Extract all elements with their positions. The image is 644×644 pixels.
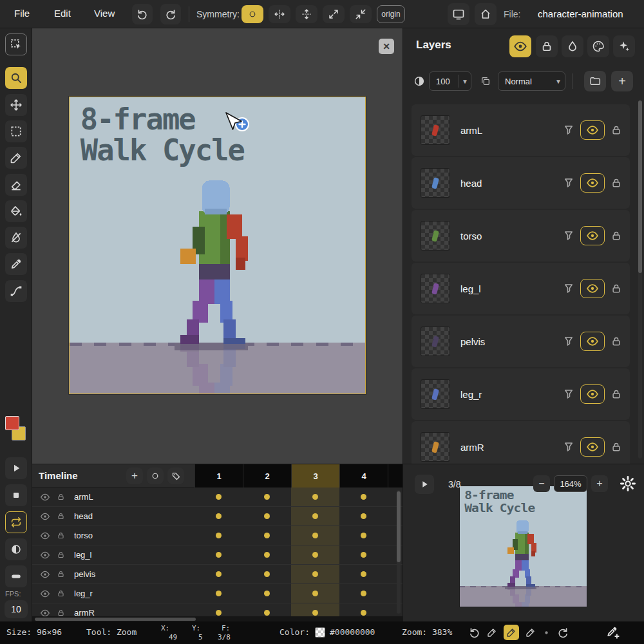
- layer-row[interactable]: head: [412, 157, 630, 209]
- layer-row[interactable]: armR: [412, 421, 630, 464]
- cel-current[interactable]: [291, 488, 339, 506]
- opacity-spinner[interactable]: 100 ▼: [429, 71, 471, 91]
- layer-lock-button[interactable]: [611, 283, 622, 294]
- row-lock-icon[interactable]: [57, 531, 65, 540]
- move-tool-button[interactable]: [5, 94, 27, 116]
- layer-row[interactable]: pelvis: [412, 316, 630, 367]
- cel[interactable]: [243, 584, 291, 603]
- line-tool-icon[interactable]: [487, 627, 497, 638]
- layer-visibility-button[interactable]: [580, 437, 605, 457]
- undo-button[interactable]: [132, 4, 153, 24]
- cel-current[interactable]: [291, 545, 339, 564]
- row-lock-icon[interactable]: [57, 512, 65, 520]
- eraser-tool-button[interactable]: [5, 174, 27, 196]
- layer-row[interactable]: armL: [412, 104, 630, 156]
- cel[interactable]: [194, 545, 243, 564]
- curve-tool-button[interactable]: [5, 280, 27, 302]
- copy-layer-icon[interactable]: [480, 76, 491, 86]
- cel[interactable]: [194, 507, 243, 526]
- cel[interactable]: [339, 565, 388, 583]
- preview-zoom-out-button[interactable]: −: [533, 475, 550, 492]
- cel-current[interactable]: [291, 565, 339, 583]
- timeline-row[interactable]: torso: [32, 526, 402, 545]
- layer-visibility-button[interactable]: [580, 279, 605, 298]
- layer-lock-button[interactable]: [611, 177, 622, 189]
- cel[interactable]: [339, 507, 388, 526]
- frame-header-2[interactable]: 2: [243, 464, 291, 488]
- add-layer-button[interactable]: +: [611, 71, 633, 91]
- linked-cel-button[interactable]: [563, 388, 574, 400]
- current-color-swatch[interactable]: [315, 627, 325, 638]
- row-visibility-icon[interactable]: [40, 569, 50, 580]
- timeline-row[interactable]: pelvis: [32, 565, 402, 584]
- preview-zoom-in-button[interactable]: +: [591, 475, 608, 492]
- shading-tool-button[interactable]: [5, 227, 27, 249]
- chevron-down-icon[interactable]: ▼: [552, 78, 565, 85]
- layer-visibility-button[interactable]: [580, 226, 605, 245]
- cel[interactable]: [339, 584, 388, 603]
- origin-button[interactable]: origin: [377, 5, 405, 23]
- loop-button[interactable]: [5, 511, 27, 533]
- timeline-row[interactable]: head: [32, 507, 402, 526]
- cel[interactable]: [243, 507, 291, 526]
- row-lock-icon[interactable]: [57, 589, 65, 598]
- symmetry-vertical-button[interactable]: [296, 5, 317, 23]
- timeline-row[interactable]: armL: [32, 488, 402, 507]
- onion-skin-past-button[interactable]: [5, 538, 27, 560]
- symmetry-antidiagonal-button[interactable]: [350, 5, 372, 23]
- cel-current[interactable]: [291, 507, 339, 526]
- layer-row[interactable]: torso: [412, 210, 630, 261]
- linked-cel-button[interactable]: [563, 283, 574, 294]
- frame-tag-button[interactable]: [167, 468, 184, 484]
- panel-lock-button[interactable]: [536, 35, 558, 57]
- play-button[interactable]: [5, 457, 27, 479]
- pixel-brush-icon[interactable]: [542, 629, 551, 637]
- panel-visibility-button[interactable]: [509, 35, 531, 57]
- cel[interactable]: [194, 526, 243, 545]
- onion-skin-future-button[interactable]: [5, 565, 27, 587]
- linked-cel-button[interactable]: [563, 177, 574, 189]
- onion-toggle-button[interactable]: [147, 468, 164, 484]
- linked-cel-button[interactable]: [563, 124, 574, 136]
- linked-cel-button[interactable]: [563, 441, 574, 453]
- canvas[interactable]: [69, 97, 366, 394]
- row-lock-icon[interactable]: [57, 551, 65, 559]
- linked-cel-button[interactable]: [563, 230, 574, 242]
- cel-current[interactable]: [291, 526, 339, 545]
- row-visibility-icon[interactable]: [40, 589, 50, 599]
- layer-lock-button[interactable]: [611, 124, 622, 136]
- symmetry-point-button[interactable]: [242, 5, 263, 23]
- row-visibility-icon[interactable]: [40, 550, 50, 560]
- close-button[interactable]: ✕: [379, 39, 394, 54]
- layer-row[interactable]: leg_r: [412, 368, 630, 420]
- new-group-button[interactable]: [584, 71, 606, 91]
- home-button[interactable]: [475, 3, 497, 25]
- zoom-tool-button[interactable]: [5, 67, 27, 89]
- chevron-down-icon[interactable]: ▼: [459, 78, 471, 85]
- layer-lock-button[interactable]: [611, 441, 622, 453]
- color-picker-plus-icon[interactable]: [606, 625, 620, 639]
- layer-lock-button[interactable]: [611, 230, 622, 242]
- row-visibility-icon[interactable]: [40, 511, 50, 522]
- layer-visibility-button[interactable]: [580, 384, 605, 404]
- timeline-vscrollbar[interactable]: [397, 490, 401, 614]
- menu-edit[interactable]: Edit: [54, 8, 71, 19]
- panel-droplet-button[interactable]: [562, 35, 583, 57]
- bucket-tool-button[interactable]: [5, 200, 27, 222]
- cel[interactable]: [339, 545, 388, 564]
- select-tool-button[interactable]: [5, 120, 27, 142]
- stop-button[interactable]: [5, 484, 27, 506]
- cel[interactable]: [243, 545, 291, 564]
- undo-icon[interactable]: [469, 627, 480, 638]
- color-picker-tool-button[interactable]: [5, 253, 27, 275]
- timeline-row[interactable]: leg_r: [32, 584, 402, 603]
- cel[interactable]: [243, 565, 291, 583]
- cel[interactable]: [194, 488, 243, 506]
- row-lock-icon[interactable]: [57, 570, 65, 578]
- layer-lock-button[interactable]: [611, 336, 622, 347]
- layer-row[interactable]: leg_l: [412, 263, 630, 314]
- frame-header-1[interactable]: 1: [194, 464, 243, 488]
- cel[interactable]: [339, 488, 388, 506]
- frame-header-4[interactable]: 4: [339, 464, 388, 488]
- fps-input[interactable]: 10: [5, 600, 28, 618]
